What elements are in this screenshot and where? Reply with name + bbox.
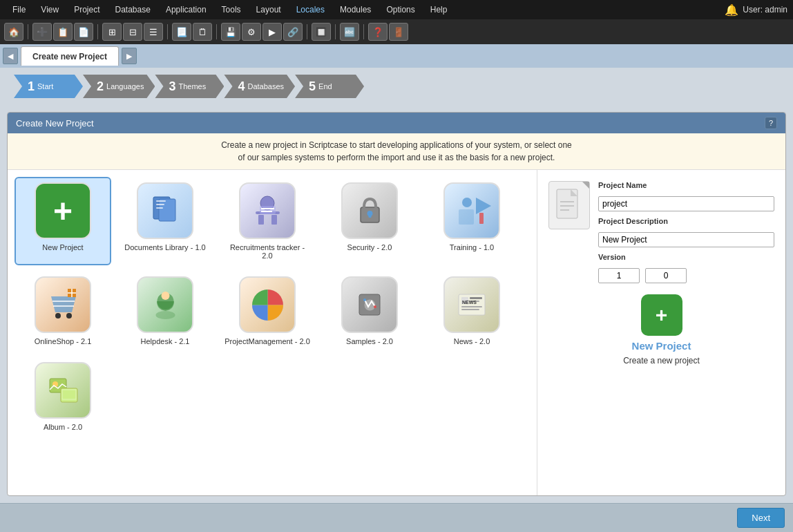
toolbar-home[interactable]: 🏠 [4, 23, 23, 41]
toolbar-save[interactable]: 💾 [221, 23, 240, 41]
projmgmt-svg [249, 286, 287, 324]
step-5[interactable]: 5 End [295, 75, 364, 98]
sep7 [363, 24, 364, 39]
tab-next-btn[interactable]: ▶ [122, 48, 137, 64]
panel-help-btn[interactable]: ? [765, 117, 777, 129]
project-item-shop[interactable]: OnlineShop - 2.1 [15, 271, 111, 351]
project-grid: + New Project Documents Libra [8, 170, 537, 496]
project-item-news[interactable]: NEWS News - 2.0 [423, 271, 520, 351]
toolbar-doc[interactable]: 📃 [172, 23, 191, 41]
tab-bar: ◀ Create new Project ▶ [0, 44, 793, 68]
project-item-security[interactable]: Security - 2.0 [321, 177, 418, 265]
toolbar-play[interactable]: ▶ [262, 23, 282, 41]
toolbar-box[interactable]: 🔲 [312, 23, 331, 41]
shop-icon [35, 276, 91, 333]
preview-desc: Create a new project [623, 356, 700, 365]
svg-point-15 [462, 198, 472, 207]
project-desc-input[interactable] [598, 232, 774, 247]
bell-icon: 🔔 [725, 3, 738, 17]
toolbar-grid[interactable]: ⊞ [102, 23, 122, 41]
menu-modules[interactable]: Modules [333, 2, 378, 17]
toolbar-link[interactable]: 🔗 [283, 23, 303, 41]
toolbar-copy[interactable]: 📋 [53, 23, 73, 41]
panel-desc-line1: Create a new project in Scriptcase to st… [16, 139, 777, 151]
toolbar-exit[interactable]: 🚪 [389, 23, 408, 41]
project-item-docs[interactable]: Documents Library - 1.0 [117, 177, 213, 265]
step-3-label: Themes [178, 82, 206, 91]
project-item-new[interactable]: + New Project [15, 177, 111, 265]
svg-text:NEWS: NEWS [462, 300, 477, 305]
step-2-shape: 2 Languages [83, 75, 155, 98]
project-item-training[interactable]: Training - 1.0 [423, 177, 520, 265]
menu-database[interactable]: Database [108, 2, 157, 17]
svg-rect-40 [61, 388, 77, 402]
project-name-input[interactable] [598, 196, 774, 211]
right-preview: + New Project Create a new project [548, 294, 774, 365]
project-item-recruit[interactable]: Recruitments tracker - 2.0 [219, 177, 316, 265]
menu-application[interactable]: Application [159, 2, 213, 17]
svg-point-20 [66, 313, 72, 319]
preview-name: New Project [632, 340, 691, 352]
svg-rect-8 [271, 215, 277, 225]
docs-svg [148, 193, 182, 228]
security-svg [351, 192, 389, 230]
toolbar-gear[interactable]: ⚙ [242, 23, 261, 41]
step-1[interactable]: 1 Start [14, 75, 83, 98]
project-item-helpdesk[interactable]: Helpdesk - 2.1 [117, 271, 213, 351]
album-svg [44, 372, 82, 410]
step-3-num: 3 [169, 79, 175, 94]
panel-title: Create New Project [16, 118, 94, 129]
menu-locales[interactable]: Locales [289, 2, 332, 17]
recruit-svg [249, 192, 287, 230]
projmgmt-icon [239, 276, 296, 333]
menu-help[interactable]: Help [423, 2, 455, 17]
toolbar-add[interactable]: ➕ [32, 23, 52, 41]
version-major-input[interactable] [598, 268, 640, 283]
new-project-icon: + [35, 182, 91, 239]
panel-description: Create a new project in Scriptcase to st… [8, 133, 785, 170]
project-item-samples[interactable]: Samples - 2.0 [321, 271, 418, 351]
news-label: News - 2.0 [454, 337, 490, 345]
toolbar-note[interactable]: 🗒 [193, 23, 212, 41]
toolbar-help[interactable]: ❓ [368, 23, 388, 41]
panel-body: + New Project Documents Libra [8, 170, 785, 496]
toolbar-list[interactable]: ☰ [144, 23, 163, 41]
menu-project[interactable]: Project [67, 2, 106, 17]
svg-rect-9 [260, 206, 276, 214]
menu-options[interactable]: Options [379, 2, 421, 17]
menu-layout[interactable]: Layout [249, 2, 288, 17]
step-3-shape: 3 Themes [155, 75, 224, 98]
project-item-projmgmt[interactable]: ProjectManagement - 2.0 [219, 271, 316, 351]
toolbar-minus[interactable]: ⊟ [123, 23, 142, 41]
step-2[interactable]: 2 Languages [83, 75, 155, 98]
project-item-album[interactable]: Album - 2.0 [15, 357, 111, 437]
toolbar-text[interactable]: 🔤 [340, 23, 359, 41]
toolbar-page[interactable]: 📄 [74, 23, 93, 41]
panel-header: Create New Project ? [8, 113, 785, 133]
panel: Create New Project ? Create a new projec… [7, 112, 786, 496]
menu-view[interactable]: View [34, 2, 66, 17]
projmgmt-label: ProjectManagement - 2.0 [224, 337, 310, 345]
tab-prev-btn[interactable]: ◀ [3, 48, 18, 64]
form-fields: Project Name Project Description Version [598, 181, 774, 283]
tab-create-project[interactable]: Create new Project [21, 46, 119, 66]
training-icon [443, 182, 500, 239]
doc-svg [555, 188, 583, 222]
step-4[interactable]: 4 Databases [224, 75, 295, 98]
svg-rect-34 [470, 297, 482, 299]
step-2-num: 2 [97, 79, 104, 94]
sep3 [167, 24, 168, 39]
step-3[interactable]: 3 Themes [155, 75, 224, 98]
version-minor-input[interactable] [645, 268, 687, 283]
menu-file[interactable]: File [6, 2, 32, 17]
news-svg: NEWS [453, 286, 491, 324]
helpdesk-svg [146, 286, 184, 324]
next-button[interactable]: Next [737, 508, 785, 528]
recruit-icon [239, 182, 296, 239]
samples-icon [341, 276, 398, 333]
menu-tools[interactable]: Tools [215, 2, 248, 17]
security-label: Security - 2.0 [347, 243, 392, 251]
svg-rect-37 [461, 309, 479, 310]
version-label: Version [598, 253, 774, 261]
menu-items: File View Project Database Application T… [6, 2, 454, 17]
